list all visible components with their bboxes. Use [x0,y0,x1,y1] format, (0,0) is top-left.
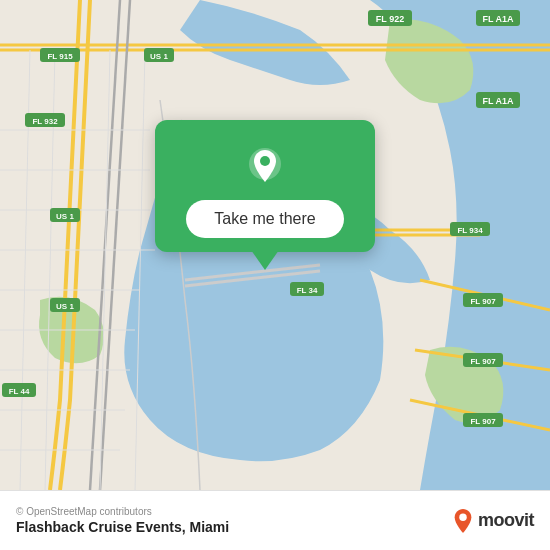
take-me-there-button[interactable]: Take me there [186,200,343,238]
svg-point-56 [459,513,466,520]
svg-text:FL 907: FL 907 [470,417,496,426]
svg-text:US 1: US 1 [56,302,74,311]
svg-text:FL 915: FL 915 [47,52,73,61]
svg-text:FL 907: FL 907 [470,357,496,366]
svg-text:US 1: US 1 [56,212,74,221]
svg-text:US 1: US 1 [150,52,168,61]
svg-text:FL 907: FL 907 [470,297,496,306]
svg-text:FL A1A: FL A1A [482,14,514,24]
svg-text:FL 934: FL 934 [457,226,483,235]
svg-text:FL 922: FL 922 [376,14,404,24]
svg-text:FL 932: FL 932 [32,117,58,126]
bottom-left: © OpenStreetMap contributors Flashback C… [16,506,229,535]
moovit-pin-icon [452,508,474,534]
svg-text:FL 44: FL 44 [9,387,30,396]
map-container: FL 922 FL A1A FL A1A FL 915 US 1 FL 932 … [0,0,550,490]
svg-point-55 [260,156,270,166]
location-pin-icon [243,144,287,188]
bottom-bar: © OpenStreetMap contributors Flashback C… [0,490,550,550]
location-name: Flashback Cruise Events, Miami [16,519,229,535]
svg-text:FL A1A: FL A1A [482,96,514,106]
copyright-text: © OpenStreetMap contributors [16,506,229,517]
moovit-text: moovit [478,510,534,531]
svg-text:FL 34: FL 34 [297,286,318,295]
popup-card: Take me there [155,120,375,252]
moovit-logo[interactable]: moovit [452,508,534,534]
